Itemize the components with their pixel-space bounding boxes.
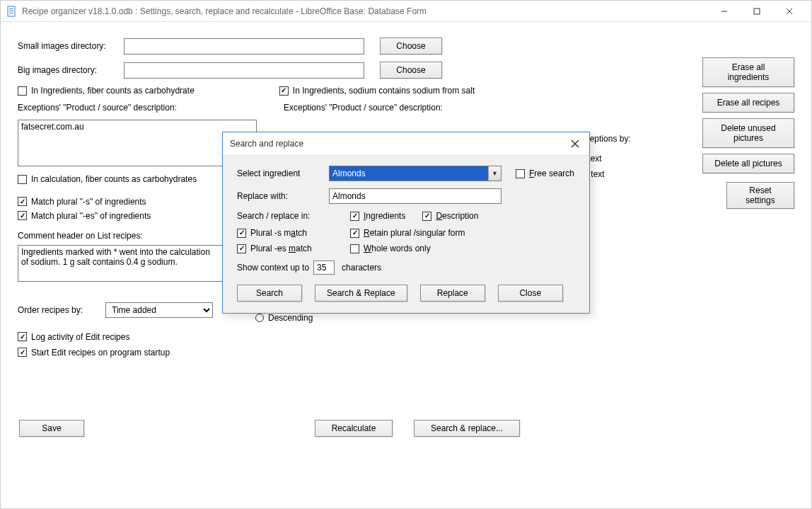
dialog-close-bottom-button[interactable]: Close <box>498 285 563 302</box>
fiber-carb-ing-check[interactable]: In Ingredients, fiber counts as carbohyd… <box>18 86 195 96</box>
start-on-startup-check[interactable]: Start Edit recipes on program startup <box>18 348 170 358</box>
dialog-close-button[interactable] <box>568 137 582 151</box>
search-in-label: Search / replace in: <box>237 211 329 221</box>
maximize-button[interactable] <box>741 1 773 22</box>
plural-es-check[interactable]: Match plural "-es" of ingredients <box>18 211 151 221</box>
retain-plural-check[interactable]: Retain plural /singular form <box>350 228 465 238</box>
delete-unused-pictures-button[interactable]: Delete unused pictures <box>702 118 794 148</box>
dialog-search-button[interactable]: Search <box>237 285 302 302</box>
erase-ingredients-button[interactable]: Erase all ingredients <box>702 57 794 87</box>
dialog-title: Search and replace <box>230 139 568 149</box>
minimize-button[interactable] <box>708 1 741 22</box>
svg-rect-2 <box>9 11 13 11</box>
big-images-input[interactable] <box>124 62 364 79</box>
free-search-check[interactable]: Free search <box>516 168 574 178</box>
select-ingredient-combo[interactable]: Almonds ▼ <box>329 166 501 181</box>
plural-s-check[interactable]: Match plural "-s" of ingredients <box>18 197 146 207</box>
descending-radio[interactable]: Descending <box>255 313 313 323</box>
dlg-plural-es-check[interactable]: Plural -es match <box>237 244 350 253</box>
svg-rect-3 <box>9 13 13 13</box>
order-by-label: Order recipes by: <box>18 305 105 315</box>
log-activity-check[interactable]: Log activity of Edit recipes <box>18 332 129 342</box>
fiber-calc-check[interactable]: In calculation, fiber counts as carbohyd… <box>18 174 197 184</box>
select-ingredient-label: Select ingredient <box>237 168 329 178</box>
small-images-input[interactable] <box>124 38 364 55</box>
big-images-label: Big images directory: <box>18 65 124 75</box>
search-replace-open-button[interactable]: Search & replace... <box>414 420 520 437</box>
dialog-replace-button[interactable]: Replace <box>420 285 485 302</box>
small-images-label: Small images directory: <box>18 41 124 51</box>
dlg-plural-s-check[interactable]: Plural -s match <box>237 228 350 238</box>
context-input[interactable] <box>313 261 335 275</box>
replace-with-label: Replace with: <box>237 191 329 201</box>
dialog-search-replace-button[interactable]: Search & Replace <box>315 285 407 302</box>
save-button[interactable]: Save <box>19 420 84 437</box>
close-button[interactable] <box>773 1 806 22</box>
exceptions-textarea[interactable]: fatsecret.com.au <box>18 120 257 166</box>
reset-settings-button[interactable]: Reset settings <box>726 182 794 209</box>
search-ingredients-check[interactable]: Ingredients <box>350 211 405 221</box>
search-description-check[interactable]: Description <box>422 211 478 221</box>
window-title: Recipe organizer v18.1.0.odb : Settings,… <box>22 6 708 16</box>
exceptions-label-left: Exceptions' "Product / source" descripti… <box>18 103 284 113</box>
recalculate-button[interactable]: Recalculate <box>315 420 393 437</box>
sodium-salt-check[interactable]: In Ingredients, sodium contains sodium f… <box>279 86 475 96</box>
app-icon <box>6 6 18 17</box>
choose-small-button[interactable]: Choose <box>380 38 442 55</box>
context-pre-label: Show context up to <box>237 263 309 273</box>
titlebar: Recipe organizer v18.1.0.odb : Settings,… <box>1 1 811 22</box>
chevron-down-icon[interactable]: ▼ <box>488 166 501 181</box>
whole-words-check[interactable]: Whole words only <box>350 244 431 253</box>
delete-all-pictures-button[interactable]: Delete all pictures <box>702 154 794 173</box>
svg-rect-1 <box>9 8 13 9</box>
exceptions-label-right: Exceptions' "Product / source" descripti… <box>284 103 443 113</box>
replace-with-input[interactable] <box>329 188 501 204</box>
choose-big-button[interactable]: Choose <box>380 62 442 79</box>
search-replace-dialog: Search and replace Select ingredient Alm… <box>222 132 590 314</box>
erase-recipes-button[interactable]: Erase all recipes <box>702 93 794 113</box>
order-by-select[interactable]: Time added <box>105 302 213 318</box>
context-post-label: characters <box>342 263 381 273</box>
svg-rect-5 <box>754 8 760 14</box>
comment-header-textarea[interactable]: Ingredients marked with * went into the … <box>18 245 223 282</box>
